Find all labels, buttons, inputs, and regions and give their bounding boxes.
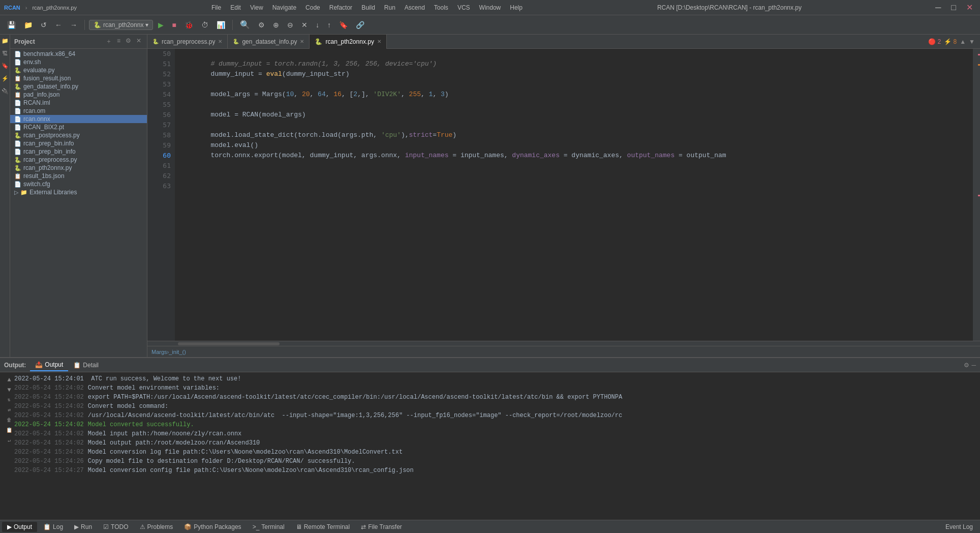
tree-item-rcan-bix2[interactable]: 📄 RCAN_BIX2.pt bbox=[10, 123, 147, 131]
output-tab-output[interactable]: 📤 Output bbox=[30, 359, 68, 371]
add-file-icon[interactable]: ＋ bbox=[104, 37, 113, 46]
tab-close-icon[interactable]: ✕ bbox=[218, 39, 222, 44]
step-button[interactable]: ↓ bbox=[313, 19, 322, 31]
coverage-button[interactable]: 📊 bbox=[213, 19, 228, 31]
sort-btn[interactable]: ⇄ bbox=[8, 406, 11, 415]
run-button[interactable]: ▶ bbox=[155, 19, 167, 31]
project-header-icons[interactable]: ＋ ≡ ⚙ ✕ bbox=[104, 37, 143, 46]
tab-close-icon[interactable]: ✕ bbox=[300, 39, 304, 44]
bottom-tab-terminal[interactable]: >_ Terminal bbox=[248, 522, 290, 532]
tree-item-rcan-prep-bin[interactable]: 📄 rcan_prep_bin.info bbox=[10, 139, 147, 147]
menu-file[interactable]: File bbox=[207, 3, 225, 13]
tree-item-gen-dataset[interactable]: 🐍 gen_dataset_info.py bbox=[10, 82, 147, 91]
menu-help[interactable]: Help bbox=[506, 3, 527, 13]
event-log-button[interactable]: Event Log bbox=[940, 522, 978, 532]
menu-code[interactable]: Code bbox=[301, 3, 324, 13]
output-settings-icon[interactable]: ⚙ bbox=[964, 362, 969, 369]
save-button[interactable]: 💾 bbox=[4, 19, 19, 31]
bottom-tab-file-transfer[interactable]: ⇄ File Transfer bbox=[356, 522, 407, 532]
window-controls[interactable]: ─ □ ✕ bbox=[932, 2, 976, 13]
settings-button[interactable]: ⚙ bbox=[255, 19, 268, 31]
tree-item-env[interactable]: 📄 env.sh bbox=[10, 58, 147, 66]
bottom-tab-log[interactable]: 📋 Log bbox=[38, 522, 68, 532]
bottom-tab-remote-terminal[interactable]: 🖥 Remote Terminal bbox=[291, 522, 355, 532]
scrollbar-thumb[interactable] bbox=[178, 342, 280, 345]
editor-tabs[interactable]: 🐍 rcan_preprocess.py ✕ 🐍 gen_dataset_inf… bbox=[147, 35, 980, 49]
menu-bar[interactable]: File Edit View Navigate Code Refactor Bu… bbox=[207, 3, 527, 13]
plugin-icon[interactable]: 🔌 bbox=[0, 85, 10, 98]
maximize-button[interactable]: □ bbox=[948, 2, 959, 13]
output-tabs-bar[interactable]: Output: 📤 Output 📋 Detail ⚙ ─ bbox=[0, 358, 980, 372]
profile-button[interactable]: ⏱ bbox=[198, 19, 211, 31]
menu-tools[interactable]: Tools bbox=[430, 3, 452, 13]
menu-build[interactable]: Build bbox=[357, 3, 379, 13]
scroll-down-icon[interactable]: ▼ bbox=[969, 38, 975, 45]
menu-navigate[interactable]: Navigate bbox=[268, 3, 300, 13]
tree-item-switch-cfg[interactable]: 📄 switch.cfg bbox=[10, 180, 147, 188]
tab-rcan-preprocess[interactable]: 🐍 rcan_preprocess.py ✕ bbox=[147, 35, 228, 49]
tree-item-rcan-prep-bin-info[interactable]: 📄 rcan_prep_bin_info bbox=[10, 147, 147, 156]
bottom-tab-output[interactable]: ▶ Output bbox=[2, 522, 37, 532]
tab-rcan-pth2onnx[interactable]: 🐍 rcan_pth2onnx.py ✕ bbox=[310, 35, 386, 49]
zoom-out-button[interactable]: ⊖ bbox=[284, 19, 296, 31]
tree-item-rcan-iml[interactable]: 📄 RCAN.iml bbox=[10, 99, 147, 107]
settings-icon[interactable]: ⚙ bbox=[124, 37, 133, 46]
stop-button[interactable]: ■ bbox=[169, 19, 179, 31]
bottom-tab-todo[interactable]: ☑ TODO bbox=[98, 522, 133, 532]
menu-run[interactable]: Run bbox=[380, 3, 400, 13]
tab-close-icon[interactable]: ✕ bbox=[377, 39, 381, 44]
remote-button[interactable]: 🔗 bbox=[353, 19, 368, 31]
tree-item-evaluate[interactable]: 🐍 evaluate.py bbox=[10, 66, 147, 74]
tree-item-rcan-onnx[interactable]: 📄 rcan.onnx bbox=[10, 115, 147, 123]
wrap-btn[interactable]: ↵ bbox=[8, 436, 11, 446]
scroll-both-btn[interactable]: ⇅ bbox=[8, 396, 11, 405]
structure-view-icon[interactable]: 🏗 bbox=[0, 47, 10, 60]
step-out-button[interactable]: ↑ bbox=[324, 19, 334, 31]
menu-window[interactable]: Window bbox=[475, 3, 505, 13]
bottom-tab-problems[interactable]: ⚠ Problems bbox=[135, 522, 178, 532]
project-view-icon[interactable]: 📁 bbox=[0, 35, 10, 47]
collapse-icon[interactable]: ≡ bbox=[115, 37, 122, 46]
tree-item-rcan-postprocess[interactable]: 🐍 rcan_postprocess.py bbox=[10, 131, 147, 139]
output-tab-detail[interactable]: 📋 Detail bbox=[68, 360, 104, 371]
copy-btn[interactable]: 📋 bbox=[6, 426, 12, 435]
bottom-tabs-bar[interactable]: ▶ Output 📋 Log ▶ Run ☑ TODO ⚠ Problems 📦… bbox=[0, 520, 980, 533]
tree-item-benchmark[interactable]: 📄 benchmark.x86_64 bbox=[10, 50, 147, 58]
bookmarks-icon[interactable]: 🔖 bbox=[0, 60, 10, 72]
tree-item-pad-info[interactable]: 📋 pad_info.json bbox=[10, 91, 147, 99]
close-panel-icon[interactable]: ✕ bbox=[135, 37, 143, 46]
back-button[interactable]: ← bbox=[52, 19, 65, 31]
menu-ascend[interactable]: Ascend bbox=[401, 3, 429, 13]
menu-view[interactable]: View bbox=[246, 3, 267, 13]
open-folder-button[interactable]: 📁 bbox=[21, 19, 36, 31]
menu-edit[interactable]: Edit bbox=[226, 3, 245, 13]
close-tab-button[interactable]: ✕ bbox=[298, 19, 311, 31]
horizontal-scrollbar[interactable] bbox=[147, 341, 980, 346]
tab-gen-dataset[interactable]: 🐍 gen_dataset_info.py ✕ bbox=[228, 35, 310, 49]
tree-item-rcan-preprocess[interactable]: 🐍 rcan_preprocess.py bbox=[10, 156, 147, 164]
code-editor[interactable]: # dummy_input = torch.randn(1, 3, 256, 2… bbox=[175, 49, 973, 341]
tree-item-rcan-om[interactable]: 📄 rcan.om bbox=[10, 107, 147, 115]
find-button[interactable]: 🔍 bbox=[237, 18, 253, 32]
tree-item-result-1bs[interactable]: 📋 result_1bs.json bbox=[10, 172, 147, 180]
bottom-tab-python-packages[interactable]: 📦 Python Packages bbox=[179, 522, 246, 532]
output-settings[interactable]: ⚙ ─ bbox=[964, 362, 976, 369]
clear-btn[interactable]: 🗑 bbox=[7, 416, 12, 425]
output-minimize-icon[interactable]: ─ bbox=[971, 362, 976, 369]
zoom-in-button[interactable]: ⊕ bbox=[270, 19, 282, 31]
scroll-up-btn[interactable]: ▲ bbox=[7, 375, 11, 384]
bottom-tab-run[interactable]: ▶ Run bbox=[69, 522, 97, 532]
scroll-down-btn[interactable]: ▼ bbox=[7, 386, 11, 395]
menu-refactor[interactable]: Refactor bbox=[325, 3, 356, 13]
tree-item-external-libs[interactable]: ▷ 📁 External Libraries bbox=[10, 188, 147, 196]
scroll-up-icon[interactable]: ▲ bbox=[960, 38, 966, 45]
refresh-button[interactable]: ↺ bbox=[38, 19, 50, 31]
tree-item-fusion[interactable]: 📋 fusion_result.json bbox=[10, 74, 147, 82]
autorun-icon[interactable]: ⚡ bbox=[0, 72, 10, 85]
forward-button[interactable]: → bbox=[67, 19, 80, 31]
minimize-button[interactable]: ─ bbox=[932, 2, 944, 13]
run-config-selector[interactable]: 🐍 rcan_pth2onnx ▾ bbox=[89, 20, 153, 30]
menu-vcs[interactable]: VCS bbox=[453, 3, 474, 13]
tree-item-rcan-pth2onnx[interactable]: 🐍 rcan_pth2onnx.py bbox=[10, 164, 147, 172]
debug-button[interactable]: 🐞 bbox=[181, 19, 196, 31]
